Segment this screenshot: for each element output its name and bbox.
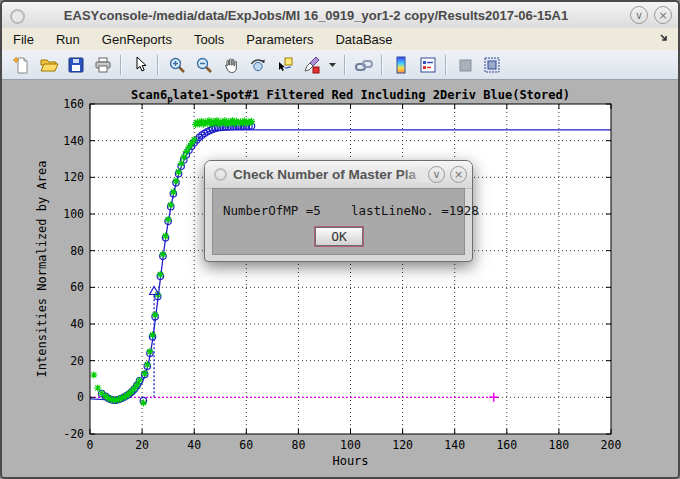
menu-item-run[interactable]: Run bbox=[45, 30, 91, 49]
x-axis-label: Hours bbox=[332, 454, 368, 468]
toolbar-separator bbox=[344, 55, 346, 75]
svg-text:100: 100 bbox=[340, 438, 361, 452]
svg-text:60: 60 bbox=[70, 280, 84, 294]
dock-figure-button[interactable] bbox=[479, 53, 504, 77]
check-master-plates-dialog: Check Number of Master Pla ∨ × NumberOfM… bbox=[204, 160, 473, 262]
svg-text:120: 120 bbox=[392, 438, 413, 452]
app-window: EASYconsole-/media/data/ExpJobs/MI 16_09… bbox=[0, 0, 680, 479]
svg-text:200: 200 bbox=[601, 438, 622, 452]
window-title: EASYconsole-/media/data/ExpJobs/MI 16_09… bbox=[2, 8, 630, 23]
dialog-titlebar[interactable]: Check Number of Master Pla ∨ × bbox=[205, 161, 472, 189]
new-figure-button[interactable] bbox=[9, 53, 34, 77]
menubar: FileRunGenReportsToolsParametersDataBase bbox=[2, 28, 678, 51]
toolbar-separator bbox=[381, 55, 383, 75]
menu-item-file[interactable]: File bbox=[2, 30, 45, 49]
dialog-menu-icon[interactable] bbox=[214, 168, 227, 181]
toolbar-separator bbox=[157, 55, 159, 75]
window-titlebar[interactable]: EASYconsole-/media/data/ExpJobs/MI 16_09… bbox=[2, 2, 678, 29]
menu-item-parameters[interactable]: Parameters bbox=[235, 30, 324, 49]
svg-text:80: 80 bbox=[291, 438, 305, 452]
svg-text:60: 60 bbox=[239, 438, 253, 452]
dialog-minimize-button[interactable]: ∨ bbox=[428, 166, 445, 183]
edit-plot-arrow-button[interactable] bbox=[127, 53, 152, 77]
svg-text:0: 0 bbox=[87, 438, 94, 452]
dialog-message: NumberOfMP =5 lastLineNo. =1928 bbox=[223, 203, 479, 218]
y-axis-label: Intensities Normalized by Area bbox=[35, 161, 49, 378]
svg-text:40: 40 bbox=[187, 438, 201, 452]
link-plot-button[interactable] bbox=[351, 53, 376, 77]
svg-text:160: 160 bbox=[63, 97, 84, 111]
svg-text:-20: -20 bbox=[63, 427, 84, 441]
save-figure-button[interactable] bbox=[63, 53, 88, 77]
brush-data-button[interactable] bbox=[299, 53, 324, 77]
insert-colorbar-button[interactable] bbox=[388, 53, 413, 77]
rotate-3d-button[interactable] bbox=[245, 53, 270, 77]
svg-text:160: 160 bbox=[496, 438, 517, 452]
svg-text:120: 120 bbox=[63, 170, 84, 184]
svg-text:140: 140 bbox=[63, 134, 84, 148]
toolbar-separator bbox=[120, 55, 122, 75]
brush-dropdown-button[interactable] bbox=[326, 53, 339, 77]
zoom-out-button[interactable] bbox=[191, 53, 216, 77]
insert-legend-button[interactable] bbox=[415, 53, 440, 77]
svg-text:40: 40 bbox=[70, 317, 84, 331]
window-menu-icon[interactable] bbox=[10, 9, 25, 24]
window-close-button[interactable]: × bbox=[654, 6, 672, 24]
dialog-close-button[interactable]: × bbox=[450, 166, 467, 183]
print-figure-button[interactable] bbox=[90, 53, 115, 77]
window-minimize-button[interactable]: ∨ bbox=[630, 6, 648, 24]
svg-text:0: 0 bbox=[77, 390, 84, 404]
dialog-title: Check Number of Master Pla bbox=[233, 167, 428, 182]
menubar-corner-icon[interactable] bbox=[659, 32, 670, 47]
chart-title: Scan6plate1-Spot#1 Filtered Red Includin… bbox=[90, 88, 611, 104]
pan-hand-button[interactable] bbox=[218, 53, 243, 77]
data-cursor-button[interactable] bbox=[272, 53, 297, 77]
svg-text:20: 20 bbox=[135, 438, 149, 452]
open-file-button[interactable] bbox=[36, 53, 61, 77]
hide-plot-tools-button[interactable] bbox=[452, 53, 477, 77]
zoom-in-button[interactable] bbox=[164, 53, 189, 77]
toolbar-separator bbox=[445, 55, 447, 75]
ok-button[interactable]: OK bbox=[315, 227, 363, 246]
menu-item-genreports[interactable]: GenReports bbox=[91, 30, 183, 49]
svg-text:140: 140 bbox=[444, 438, 465, 452]
menu-item-database[interactable]: DataBase bbox=[324, 30, 403, 49]
dialog-body: NumberOfMP =5 lastLineNo. =1928 OK bbox=[212, 188, 465, 255]
plot-canvas[interactable]: 020406080100120140160180200-200204060801… bbox=[2, 80, 678, 477]
figure-toolbar bbox=[2, 50, 678, 80]
svg-text:100: 100 bbox=[63, 207, 84, 221]
svg-text:20: 20 bbox=[70, 354, 84, 368]
menu-item-tools[interactable]: Tools bbox=[183, 30, 235, 49]
figure-area: Scan6plate1-Spot#1 Filtered Red Includin… bbox=[2, 80, 678, 477]
svg-text:80: 80 bbox=[70, 244, 84, 258]
svg-text:180: 180 bbox=[549, 438, 570, 452]
